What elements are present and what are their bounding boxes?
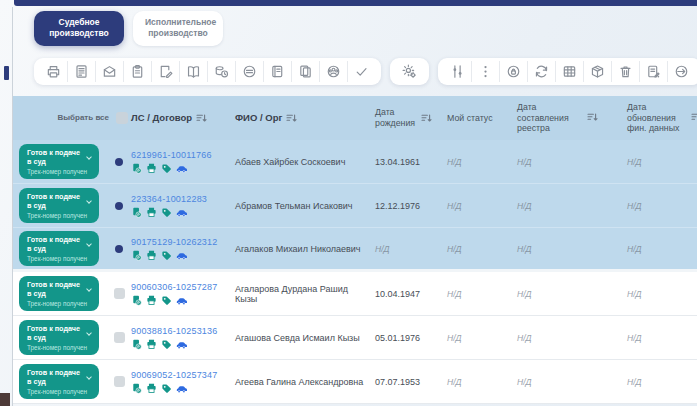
kebab-menu-icon[interactable] bbox=[471, 61, 499, 82]
my-status: Н/Д bbox=[447, 333, 517, 343]
select-all-checkbox[interactable] bbox=[116, 112, 128, 124]
row-checkbox[interactable] bbox=[114, 376, 125, 387]
table-row[interactable]: Готов к подаче в судТрек-номер получен90… bbox=[13, 272, 697, 316]
book-icon[interactable] bbox=[179, 61, 207, 82]
status-label: Готов к подаче в суд bbox=[27, 368, 85, 386]
sort-icon[interactable] bbox=[196, 113, 207, 124]
account-link[interactable]: 90060306-10257287 bbox=[131, 282, 235, 292]
selected-dot-indicator[interactable] bbox=[115, 202, 123, 210]
substatus-label: Трек-номер получен bbox=[27, 212, 92, 219]
status-badge[interactable]: Готов к подаче в судТрек-номер получен bbox=[19, 188, 99, 223]
account-link[interactable]: 90175129-10262312 bbox=[131, 237, 235, 247]
car-icon[interactable] bbox=[176, 250, 187, 261]
status-badge[interactable]: Готов к подаче в судТрек-номер получен bbox=[19, 231, 99, 266]
account-link[interactable]: 223364-10012283 bbox=[131, 194, 235, 204]
status-badge[interactable]: Готов к подаче в судТрек-номер получен bbox=[19, 364, 99, 399]
print-icon[interactable] bbox=[146, 250, 157, 261]
account-actions bbox=[131, 339, 235, 350]
lock-circle-icon[interactable] bbox=[499, 61, 527, 82]
row-checkbox[interactable] bbox=[114, 332, 125, 343]
tag-icon[interactable] bbox=[161, 383, 172, 394]
print-icon[interactable] bbox=[146, 163, 157, 174]
trash-icon[interactable] bbox=[611, 61, 639, 82]
debtors-table: Выбрать все ЛС / Договор ФИО / Орг Дата … bbox=[13, 96, 697, 404]
tag-icon[interactable] bbox=[161, 295, 172, 306]
table-row[interactable]: Готов к подаче в судТрек-номер получен90… bbox=[13, 316, 697, 360]
account-link[interactable]: 90038816-10253136 bbox=[131, 326, 235, 336]
person-name: Абрамов Тельман Исакович bbox=[235, 201, 375, 211]
row-checkbox[interactable] bbox=[114, 288, 125, 299]
settings-gears-icon[interactable] bbox=[396, 61, 423, 82]
coins-icon[interactable] bbox=[207, 61, 235, 82]
note-edit-icon[interactable] bbox=[639, 61, 667, 82]
account-link[interactable]: 90069052-10257347 bbox=[131, 370, 235, 380]
person-name: Абаев Хайрбек Соскоевич bbox=[235, 157, 375, 167]
sort-icon[interactable] bbox=[587, 112, 598, 123]
car-icon[interactable] bbox=[176, 163, 187, 174]
status-label: Готов к подаче в суд bbox=[27, 280, 85, 298]
table-grid-icon[interactable] bbox=[555, 61, 583, 82]
sort-icon[interactable] bbox=[421, 113, 432, 124]
my-status: Н/Д bbox=[447, 377, 517, 387]
birth-date: 07.07.1953 bbox=[375, 377, 447, 387]
birth-date: 12.12.1976 bbox=[375, 201, 447, 211]
print-icon[interactable] bbox=[146, 339, 157, 350]
tab-judicial-proceedings[interactable]: Судебное производство bbox=[34, 11, 124, 46]
print-icon[interactable] bbox=[146, 383, 157, 394]
selected-dot-indicator[interactable] bbox=[115, 245, 123, 253]
fin-update-date: Н/Д bbox=[627, 157, 697, 167]
finance-doc-icon[interactable] bbox=[131, 163, 142, 174]
table-row[interactable]: Готов к подаче в судТрек-номер получен22… bbox=[13, 184, 697, 228]
invoice-icon[interactable] bbox=[67, 61, 95, 82]
table-row[interactable]: Готов к подаче в судТрек-номер получен90… bbox=[13, 360, 697, 404]
finance-doc-icon[interactable] bbox=[131, 295, 142, 306]
account-link[interactable]: 6219961-10011766 bbox=[131, 150, 235, 160]
chevron-down-icon bbox=[86, 198, 92, 204]
account-actions bbox=[131, 295, 235, 306]
finance-doc-icon[interactable] bbox=[131, 250, 142, 261]
card-file-edit-icon[interactable] bbox=[263, 61, 291, 82]
car-icon[interactable] bbox=[176, 295, 187, 306]
birth-date: 13.04.1961 bbox=[375, 157, 447, 167]
finance-doc-icon[interactable] bbox=[131, 339, 142, 350]
tag-icon[interactable] bbox=[161, 250, 172, 261]
tag-icon[interactable] bbox=[161, 163, 172, 174]
package-box-icon[interactable] bbox=[583, 61, 611, 82]
filter-sliders-icon[interactable] bbox=[444, 61, 471, 82]
substatus-label: Трек-номер получен bbox=[27, 168, 92, 175]
table-row[interactable]: Готов к подаче в судТрек-номер получен62… bbox=[13, 140, 697, 184]
car-icon[interactable] bbox=[176, 207, 187, 218]
clipboard-icon[interactable] bbox=[123, 61, 151, 82]
rotate-sync-icon[interactable] bbox=[667, 61, 695, 82]
tag-icon[interactable] bbox=[161, 339, 172, 350]
sort-icon[interactable] bbox=[691, 112, 697, 123]
car-icon[interactable] bbox=[176, 339, 187, 350]
checkmark-icon[interactable] bbox=[347, 61, 375, 82]
toolbar-actions-group bbox=[34, 58, 381, 85]
status-label: Готов к подаче в суд bbox=[27, 324, 85, 342]
printer-icon[interactable] bbox=[40, 61, 67, 82]
status-badge[interactable]: Готов к подаче в судТрек-номер получен bbox=[19, 276, 99, 311]
globe-group-icon[interactable] bbox=[319, 61, 347, 82]
status-badge[interactable]: Готов к подаче в судТрек-номер получен bbox=[19, 144, 99, 179]
birth-date: 10.04.1947 bbox=[375, 289, 447, 299]
tab-enforcement-proceedings[interactable]: Исполнительное производство bbox=[133, 11, 223, 46]
registry-date: Н/Д bbox=[517, 201, 627, 211]
table-row[interactable]: Готов к подаче в судТрек-номер получен90… bbox=[13, 228, 697, 272]
tag-icon[interactable] bbox=[161, 207, 172, 218]
status-badge[interactable]: Готов к подаче в судТрек-номер получен bbox=[19, 320, 99, 355]
print-icon[interactable] bbox=[146, 295, 157, 306]
substatus-label: Трек-номер получен bbox=[27, 300, 92, 307]
car-icon[interactable] bbox=[176, 383, 187, 394]
my-status: Н/Д bbox=[447, 289, 517, 299]
finance-doc-icon[interactable] bbox=[131, 207, 142, 218]
refresh-icon[interactable] bbox=[527, 61, 555, 82]
copy-documents-icon[interactable] bbox=[291, 61, 319, 82]
stamp-icon[interactable] bbox=[235, 61, 263, 82]
document-edit-icon[interactable] bbox=[151, 61, 179, 82]
print-icon[interactable] bbox=[146, 207, 157, 218]
sort-icon[interactable] bbox=[286, 113, 297, 124]
mail-open-icon[interactable] bbox=[95, 61, 123, 82]
selected-dot-indicator[interactable] bbox=[115, 158, 123, 166]
finance-doc-icon[interactable] bbox=[131, 383, 142, 394]
